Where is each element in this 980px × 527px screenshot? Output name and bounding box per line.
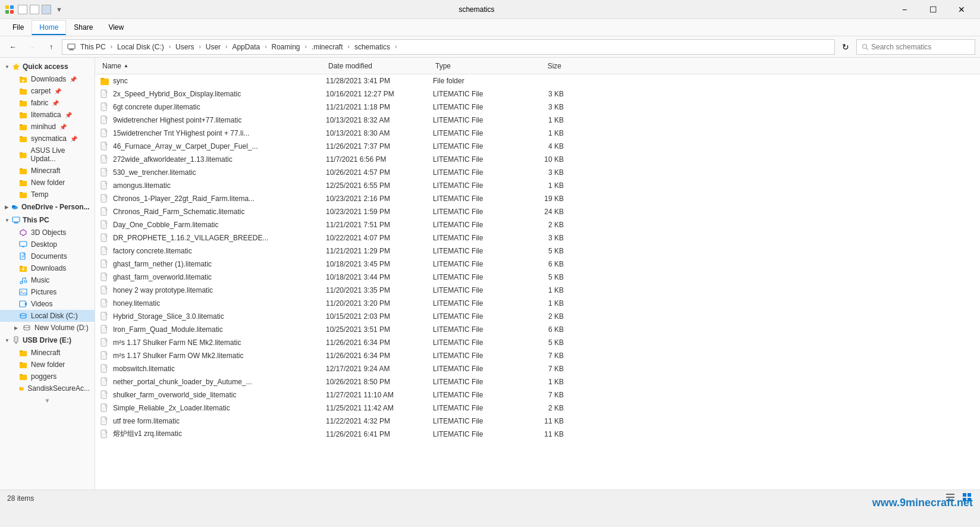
sidebar-item-new-volume[interactable]: ▶ New Volume (D:) (0, 322, 95, 334)
table-row[interactable]: mobswitch.litematic 12/17/2021 9:24 AM L… (95, 362, 980, 375)
table-row[interactable]: 2x_Speed_Hybrid_Box_Display.litematic 10… (95, 87, 980, 101)
svg-rect-107 (101, 234, 106, 241)
table-row[interactable]: nether_portal_chunk_loader_by_Autume_...… (95, 375, 980, 388)
path-schematics[interactable]: schematics (352, 42, 392, 52)
details-view-button[interactable] (961, 491, 973, 505)
minimize-button[interactable]: − (891, 0, 918, 19)
sidebar-item-desktop[interactable]: Desktop (0, 239, 95, 250)
col-header-size[interactable]: Size (516, 58, 564, 74)
sidebar-item-carpet[interactable]: carpet 📌 (0, 85, 95, 97)
list-view-button[interactable] (944, 491, 956, 505)
maximize-button[interactable]: ☐ (919, 0, 947, 19)
sidebar-item-new-folder-qa[interactable]: New folder (0, 177, 95, 189)
sidebar-item-pictures[interactable]: Pictures (0, 286, 95, 298)
sidebar-item-documents[interactable]: Documents (0, 250, 95, 262)
path-appdata[interactable]: AppData (230, 42, 262, 52)
table-row[interactable]: amongus.litematic 12/25/2021 6:55 PM LIT… (95, 179, 980, 192)
sidebar-item-fabric[interactable]: fabric 📌 (0, 97, 95, 109)
table-row[interactable]: 530_we_trencher.litematic 10/26/2021 4:5… (95, 166, 980, 179)
table-row[interactable]: shulker_farm_overworld_side_litematic 11… (95, 388, 980, 401)
table-row[interactable]: m²s 1.17 Shulker Farm NE Mk2.litematic 1… (95, 336, 980, 349)
svg-rect-3 (10, 10, 14, 14)
col-header-type[interactable]: Type (433, 58, 516, 74)
path-users[interactable]: Users (173, 42, 196, 52)
table-row[interactable]: Simple_Reliable_2x_Loader.litematic 11/2… (95, 401, 980, 415)
file-icon (100, 416, 109, 426)
path-this-pc[interactable]: This PC (78, 42, 108, 52)
file-name-cell: Day_One_Cobble_Farm.litematic (100, 220, 326, 230)
svg-rect-67 (101, 103, 106, 111)
sidebar-item-downloads[interactable]: Downloads 📌 (0, 73, 95, 85)
col-header-name[interactable]: Name ▲ (100, 58, 326, 74)
table-row[interactable]: sync 11/28/2021 3:41 PM File folder (95, 74, 980, 87)
table-row[interactable]: factory concrete.litematic 11/21/2021 1:… (95, 244, 980, 258)
new-volume-icon (23, 324, 31, 332)
table-row[interactable]: utf tree form.litematic 11/22/2021 4:32 … (95, 415, 980, 428)
this-pc-header[interactable]: ▼ This PC (0, 214, 95, 227)
table-row[interactable]: Day_One_Cobble_Farm.litematic 11/21/2021… (95, 218, 980, 231)
sidebar-item-local-disk[interactable]: Local Disk (C:) (0, 310, 95, 322)
sidebar-item-minihud[interactable]: minihud 📌 (0, 121, 95, 133)
sidebar-item-minecraft-usb[interactable]: Minecraft (0, 347, 95, 359)
search-input[interactable] (871, 43, 970, 51)
tab-share[interactable]: Share (66, 20, 100, 34)
usb-drive-header[interactable]: ▼ USB Drive (E:) (0, 334, 95, 347)
svg-rect-23 (20, 152, 23, 153)
search-box[interactable] (856, 39, 975, 55)
sidebar-item-sandisk[interactable]: SandiskSecureAc... (0, 382, 95, 394)
path-minecraft[interactable]: .minecraft (309, 42, 345, 52)
path-roaming[interactable]: Roaming (269, 42, 302, 52)
file-list-area[interactable]: Name ▲ Date modified Type Size sync 11/2… (95, 58, 980, 490)
path-user[interactable]: User (203, 42, 223, 52)
sidebar-item-poggers[interactable]: poggers (0, 371, 95, 382)
forward-button[interactable]: → (24, 39, 40, 55)
sidebar-item-videos[interactable]: Videos (0, 298, 95, 310)
svg-rect-29 (20, 192, 23, 193)
file-name-cell: factory concrete.litematic (100, 246, 326, 256)
quick-access-header[interactable]: ▼ Quick access (0, 60, 95, 73)
tab-home[interactable]: Home (32, 20, 66, 35)
table-row[interactable]: ghast_farm_nether (1).litematic 10/18/20… (95, 258, 980, 271)
path-local-disk[interactable]: Local Disk (C:) (115, 42, 167, 52)
table-row[interactable]: honey 2 way prototype.litematic 11/20/20… (95, 284, 980, 297)
table-row[interactable]: 272wide_afkworldeater_1.13.litematic 11/… (95, 153, 980, 166)
table-row[interactable]: Hybrid_Storage_Slice_3.0.litematic 10/15… (95, 310, 980, 323)
up-button[interactable]: ↑ (43, 39, 59, 55)
col-header-date[interactable]: Date modified (326, 58, 433, 74)
table-row[interactable]: Iron_Farm_Quad_Module.litematic 10/25/20… (95, 323, 980, 336)
table-row[interactable]: 15widetrencher Tnt YHighest point + 77.l… (95, 127, 980, 140)
table-row[interactable]: 6gt concrete duper.litematic 11/21/2021 … (95, 101, 980, 114)
file-name-cell: m²s 1.17 Shulker Farm NE Mk2.litematic (100, 338, 326, 347)
tab-file[interactable]: File (5, 20, 32, 34)
title-bar-tab-2[interactable] (30, 5, 39, 14)
sidebar-item-minecraft-qa[interactable]: Minecraft (0, 165, 95, 177)
sidebar-item-downloads-pc[interactable]: Downloads (0, 262, 95, 274)
sidebar-item-asus[interactable]: ASUS Live Updat... (0, 145, 95, 165)
title-bar-tab-3[interactable] (42, 5, 51, 14)
onedrive-icon (11, 203, 19, 211)
table-row[interactable]: 46_Furnace_Array_w_Carpet_Duper_Fuel_...… (95, 140, 980, 153)
table-row[interactable]: Chronos_1-Player_22gt_Raid_Farm.litema..… (95, 192, 980, 205)
file-type-cell: LITEMATIC File (433, 391, 516, 399)
sidebar-item-new-folder-usb[interactable]: New folder (0, 359, 95, 371)
sidebar-item-temp[interactable]: Temp (0, 189, 95, 200)
sidebar-item-litematica[interactable]: litematica 📌 (0, 109, 95, 121)
table-row[interactable]: 熔炉组v1 zrq.litematic 11/26/2021 6:41 PM L… (95, 428, 980, 441)
table-row[interactable]: 9widetrencher Highest point+77.litematic… (95, 114, 980, 127)
table-row[interactable]: ghast_farm_overworld.litematic 10/18/202… (95, 271, 980, 284)
back-button[interactable]: ← (5, 39, 21, 55)
refresh-button[interactable]: ↻ (837, 39, 854, 55)
sidebar-item-music[interactable]: Music (0, 274, 95, 286)
sidebar-item-syncmatica[interactable]: syncmatica 📌 (0, 133, 95, 145)
file-name: ghast_farm_nether (1).litematic (113, 260, 212, 268)
title-bar-tab-1[interactable] (18, 5, 27, 14)
table-row[interactable]: Chronos_Raid_Farm_Schematic.litematic 10… (95, 205, 980, 218)
table-row[interactable]: m²s 1.17 Shulker Farm OW Mk2.litematic 1… (95, 349, 980, 362)
onedrive-header[interactable]: ▶ OneDrive - Person... (0, 200, 95, 214)
tab-view[interactable]: View (100, 20, 131, 34)
address-path[interactable]: This PC › Local Disk (C:) › Users › User… (62, 39, 835, 55)
table-row[interactable]: DR_PROPHETE_1.16.2_VILLAGER_BREEDE... 10… (95, 231, 980, 244)
sidebar-item-3d-objects[interactable]: 3D Objects (0, 227, 95, 239)
table-row[interactable]: honey.litematic 11/20/2021 3:20 PM LITEM… (95, 297, 980, 310)
close-button[interactable]: ✕ (948, 0, 975, 19)
